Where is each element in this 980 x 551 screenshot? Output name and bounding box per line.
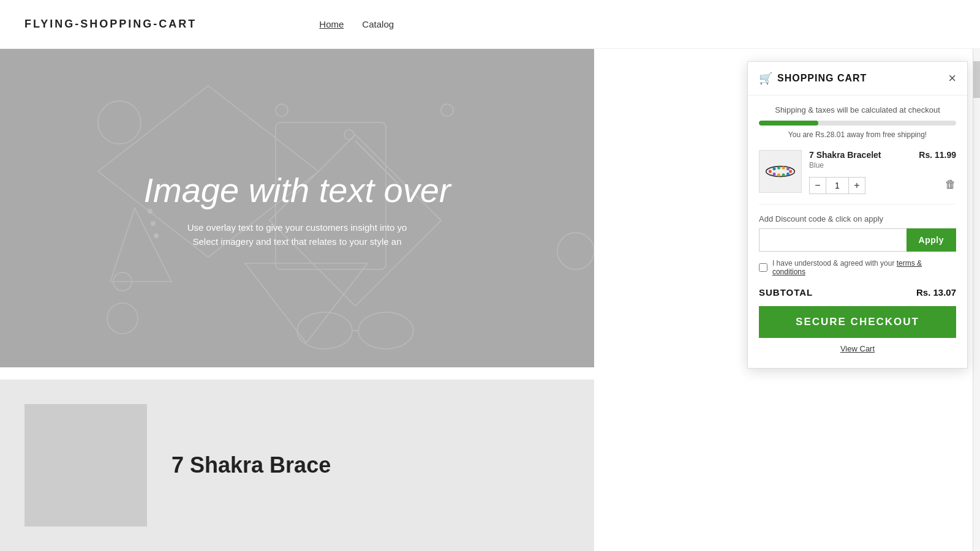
svg-point-5: [344, 130, 354, 140]
svg-point-20: [773, 167, 776, 170]
bottom-section: 7 Shakra Brace: [0, 380, 594, 551]
cart-item-name: 7 Shakra Bracelet: [809, 150, 881, 160]
nav-link-catalog[interactable]: Catalog: [362, 19, 394, 29]
free-shipping-text: You are Rs.28.01 away from free shipping…: [759, 130, 956, 139]
hero-subtitle1: Use overlay text to give your customers …: [0, 222, 594, 233]
cart-item-controls: − 1 + 🗑: [809, 174, 956, 194]
progress-bar-fill: [759, 121, 818, 126]
nav-link-home[interactable]: Home: [319, 19, 344, 29]
hero-title: Image with text over: [0, 170, 594, 210]
hero-text-overlay: Image with text over Use overlay text to…: [0, 170, 594, 247]
scrollbar-thumb[interactable]: [973, 61, 980, 98]
svg-point-27: [777, 173, 780, 176]
svg-point-26: [782, 173, 785, 176]
svg-point-0: [98, 101, 141, 144]
svg-point-4: [107, 303, 138, 334]
subtotal-amount: Rs. 13.07: [916, 287, 956, 298]
cart-item-name-row: 7 Shakra Bracelet Rs. 11.99: [809, 150, 956, 161]
svg-point-1: [276, 104, 288, 116]
svg-point-25: [786, 173, 790, 176]
cart-body: Shipping & taxes will be calculated at c…: [748, 96, 967, 368]
svg-point-24: [789, 170, 792, 173]
cart-title-group: 🛒 SHOPPING CART: [759, 72, 867, 85]
nav-links: Home Catalog: [319, 19, 394, 29]
discount-label: Add Discount code & click on apply: [759, 214, 956, 223]
quantity-increase-button[interactable]: +: [848, 177, 865, 194]
shipping-notice: Shipping & taxes will be calculated at c…: [759, 105, 956, 114]
hero-background: Image with text over Use overlay text to…: [0, 49, 594, 367]
cart-item-price: Rs. 11.99: [919, 150, 956, 160]
svg-point-11: [358, 312, 413, 349]
close-button[interactable]: ×: [948, 72, 956, 85]
svg-point-10: [297, 312, 352, 349]
quantity-decrease-button[interactable]: −: [809, 177, 826, 194]
terms-text: I have understood & agreed with your ter…: [772, 259, 956, 276]
cart-title: SHOPPING CART: [777, 73, 867, 84]
brand-logo: FLYING-SHOPPING-CART: [24, 18, 197, 31]
navbar: FLYING-SHOPPING-CART Home Catalog: [0, 0, 980, 49]
product-name-large: 7 Shakra Brace: [172, 452, 331, 478]
terms-checkbox[interactable]: [759, 263, 767, 272]
shipping-progress-bar: [759, 121, 956, 126]
cart-item-variant: Blue: [809, 161, 956, 170]
quantity-value: 1: [826, 177, 848, 194]
subtotal-row: SUBTOTAL Rs. 13.07: [759, 287, 956, 298]
delete-item-button[interactable]: 🗑: [945, 178, 956, 191]
discount-input[interactable]: [759, 228, 907, 252]
discount-row: Apply: [759, 228, 956, 252]
svg-point-2: [441, 104, 453, 116]
terms-link[interactable]: terms & conditions: [772, 259, 922, 276]
cart-header: 🛒 SHOPPING CART ×: [748, 62, 967, 96]
apply-discount-button[interactable]: Apply: [907, 228, 956, 252]
subtotal-label: SUBTOTAL: [759, 287, 813, 298]
svg-point-21: [777, 167, 780, 170]
terms-row: I have understood & agreed with your ter…: [759, 259, 956, 276]
cart-item-image: [759, 150, 802, 193]
bracelet-image: [765, 162, 796, 181]
svg-point-22: [782, 167, 785, 170]
product-thumbnail-small: [24, 404, 147, 527]
cart-icon: 🛒: [759, 72, 772, 85]
hero-subtitle2: Select imagery and text that relates to …: [0, 236, 594, 247]
checkout-button[interactable]: SECURE CHECKOUT: [759, 306, 956, 338]
cart-item-details: 7 Shakra Bracelet Rs. 11.99 Blue − 1 + 🗑: [809, 150, 956, 194]
page-scrollbar[interactable]: [973, 0, 980, 551]
svg-point-19: [769, 170, 772, 173]
quantity-controls: − 1 +: [809, 177, 865, 194]
hero-section: Image with text over Use overlay text to…: [0, 49, 594, 367]
cart-item: 7 Shakra Bracelet Rs. 11.99 Blue − 1 + 🗑: [759, 150, 956, 204]
cart-panel: 🛒 SHOPPING CART × Shipping & taxes will …: [747, 61, 968, 369]
view-cart-link[interactable]: View Cart: [759, 344, 956, 353]
svg-marker-14: [245, 263, 368, 343]
svg-point-28: [773, 173, 776, 176]
svg-point-23: [786, 167, 790, 170]
